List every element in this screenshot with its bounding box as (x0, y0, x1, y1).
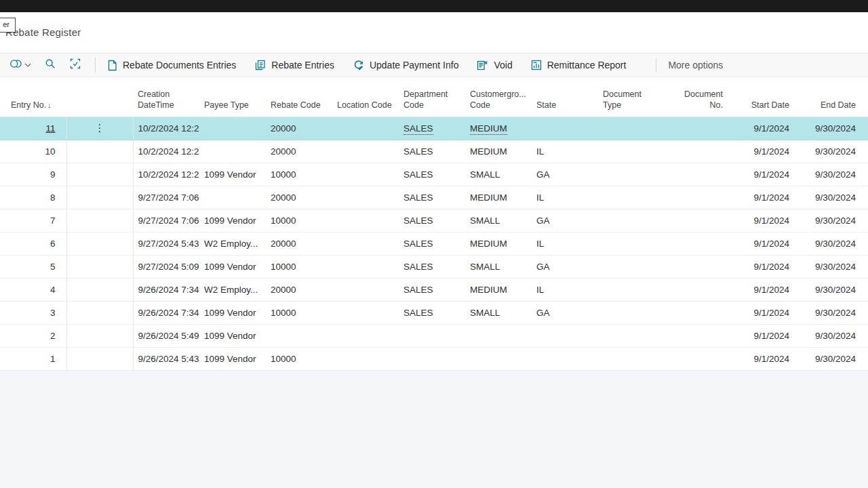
cell-rebate-code (266, 324, 332, 347)
table-row[interactable]: 89/27/2024 7:06 PM20000SALESMEDIUMIL9/1/… (0, 186, 868, 209)
cell-customer-group-code: MEDIUM (465, 117, 532, 140)
cell-start-date: 9/1/2024 (731, 163, 797, 186)
cell-document-no (665, 232, 731, 255)
cell-document-no (665, 324, 731, 347)
cell-entry-no: 7 (0, 209, 66, 232)
cell-state (532, 324, 598, 347)
cell-rebate-code: 20000 (266, 186, 332, 209)
analyze-button[interactable] (70, 58, 81, 72)
table-row[interactable]: 1010/2/2024 12:22 ...20000SALESMEDIUMIL9… (0, 140, 868, 163)
cell-document-type (598, 186, 665, 209)
cell-document-no (665, 347, 731, 370)
cell-entry-no: 11 (0, 117, 66, 140)
cell-batch-name: TEST (864, 324, 868, 347)
report-icon (531, 60, 542, 70)
column-header-start-date[interactable]: Start Date (731, 77, 797, 117)
table-row[interactable]: 59/27/2024 5:09 PM1099 Vendor10000SALESS… (0, 255, 868, 278)
cell-entry-no: 9 (0, 163, 66, 186)
search-icon (45, 58, 56, 72)
table-row[interactable]: 79/27/2024 7:06 PM1099 Vendor10000SALESS… (0, 209, 868, 232)
column-header-rebate-code[interactable]: Rebate Code (266, 77, 332, 117)
more-options-button[interactable]: More options (668, 60, 723, 70)
column-header-batch-name[interactable]: Batch Name (864, 77, 868, 117)
cell-menu (66, 324, 133, 347)
cell-rebate-code: 10000 (266, 209, 332, 232)
cell-location-code (332, 186, 399, 209)
entry-no-link[interactable]: 11 (45, 123, 55, 134)
cell-entry-no: 10 (0, 140, 66, 163)
toolbar: Rebate Documents EntriesRebate EntriesUp… (0, 53, 868, 77)
cell-end-date: 9/30/2024 (797, 140, 864, 163)
cell-creation: 9/26/2024 7:34 PM (133, 301, 199, 324)
search-button[interactable] (45, 58, 56, 72)
cell-entry-no: 3 (0, 301, 66, 324)
cell-state: GA (532, 163, 598, 186)
cell-creation: 9/27/2024 5:43 PM (133, 232, 199, 255)
table-row[interactable]: 11⋮10/2/2024 12:22 ...20000SALESMEDIUM9/… (0, 117, 868, 140)
table-row[interactable]: 39/26/2024 7:34 PM1099 Vendor10000SALESS… (0, 301, 868, 324)
cell-customer-group-code: MEDIUM (465, 186, 532, 209)
action-label: Rebate Entries (271, 60, 334, 70)
action-void-button[interactable]: Void (477, 60, 512, 70)
cell-creation: 9/27/2024 7:06 PM (133, 186, 199, 209)
column-header-menu[interactable] (66, 77, 133, 117)
cell-location-code (332, 255, 399, 278)
column-header-state[interactable]: State (532, 77, 598, 117)
table-row[interactable]: 29/26/2024 5:49 PM1099 Vendor9/1/20249/3… (0, 324, 868, 347)
action-rebate-documents-entries-button[interactable]: Rebate Documents Entries (107, 60, 236, 71)
cell-batch-name (864, 347, 868, 370)
table-row[interactable]: 49/26/2024 7:34 PMW2 Employ...20000SALES… (0, 278, 868, 301)
cell-department-code (399, 347, 465, 370)
page-title: Rebate Register (5, 26, 81, 38)
cell-start-date: 9/1/2024 (731, 186, 797, 209)
row-menu-kebab-icon[interactable]: ⋮ (95, 122, 105, 134)
table-row[interactable]: 910/2/2024 12:22 ...1099 Vendor10000SALE… (0, 163, 868, 186)
column-header-entry-no[interactable]: Entry No.↓ (0, 77, 66, 117)
column-header-creation[interactable]: Creation DateTime (133, 77, 199, 117)
chevron-down-icon (24, 63, 31, 67)
cell-state: GA (532, 209, 598, 232)
column-header-end-date[interactable]: End Date (797, 77, 864, 117)
cell-state: GA (532, 255, 598, 278)
column-header-document-type[interactable]: Document Type (598, 77, 665, 117)
cell-payee: 1099 Vendor (199, 301, 266, 324)
column-header-payee[interactable]: Payee Type (199, 77, 266, 117)
action-rebate-entries-button[interactable]: Rebate Entries (254, 60, 334, 70)
table-row[interactable]: 19/26/2024 5:43 PM1099 Vendor100009/1/20… (0, 347, 868, 370)
cell-payee: W2 Employ... (199, 278, 266, 301)
cell-menu (66, 140, 133, 163)
column-header-document-no[interactable]: Document No. (665, 77, 731, 117)
cell-payee (199, 186, 266, 209)
cell-document-type (598, 347, 665, 370)
views-button[interactable] (9, 58, 31, 72)
cell-batch-name: TEST (864, 163, 868, 186)
cell-menu (66, 278, 133, 301)
cell-creation: 10/2/2024 12:22 ... (133, 140, 199, 163)
action-remittance-report-button[interactable]: Remittance Report (531, 60, 627, 70)
cell-end-date: 9/30/2024 (797, 186, 864, 209)
cell-document-no (665, 209, 731, 232)
rebate-register-grid: Entry No.↓Creation DateTimePayee TypeReb… (0, 77, 868, 371)
cell-rebate-code: 10000 (266, 347, 332, 370)
cell-creation: 9/26/2024 5:49 PM (133, 324, 199, 347)
cell-end-date: 9/30/2024 (797, 117, 864, 140)
table-row[interactable]: 69/27/2024 5:43 PMW2 Employ...20000SALES… (0, 232, 868, 255)
column-header-department-code[interactable]: Department Code (399, 77, 465, 117)
cell-start-date: 9/1/2024 (731, 232, 797, 255)
entries-icon (254, 60, 266, 70)
rebate-table: Entry No.↓Creation DateTimePayee TypeReb… (0, 77, 868, 371)
cell-creation: 9/26/2024 7:34 PM (133, 278, 199, 301)
cell-rebate-code: 20000 (266, 140, 332, 163)
action-label: Void (494, 60, 512, 70)
cell-batch-name: DEFAULT (864, 186, 868, 209)
action-update-payment-info-button[interactable]: Update Payment Info (353, 60, 459, 70)
cell-batch-name: TEST (864, 209, 868, 232)
cell-location-code (332, 301, 399, 324)
column-header-location-code[interactable]: Location Code (332, 77, 399, 117)
cell-end-date: 9/30/2024 (797, 347, 864, 370)
cell-creation: 10/2/2024 12:22 ... (133, 163, 199, 186)
cell-customer-group-code (465, 324, 532, 347)
cell-document-no (665, 140, 731, 163)
cell-entry-no: 6 (0, 232, 66, 255)
column-header-customer-group-code[interactable]: Customergro... Code (465, 77, 532, 117)
